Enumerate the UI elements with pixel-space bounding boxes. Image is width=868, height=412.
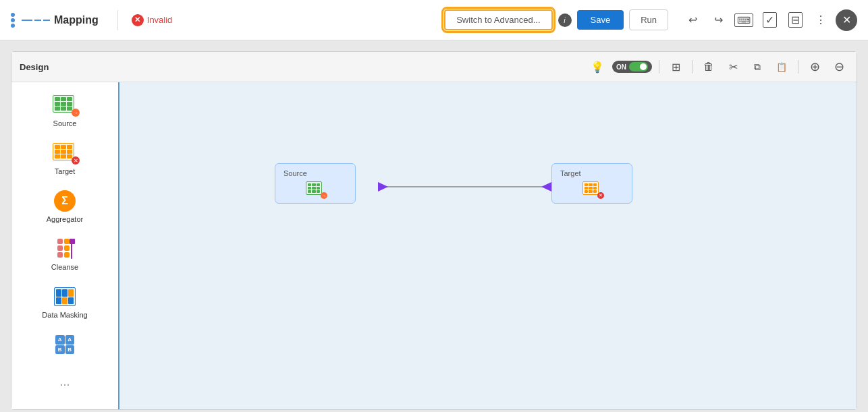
transform-icon: ⊟: [788, 12, 803, 28]
grid-view-button[interactable]: ⊞: [666, 57, 685, 76]
target-icon: ✕: [53, 143, 77, 163]
cut-icon: ✂: [729, 61, 738, 73]
delete-icon: 🗑: [703, 61, 714, 73]
more-icon: ⋮: [815, 13, 826, 26]
save-button[interactable]: Save: [577, 10, 624, 30]
paste-button[interactable]: 📋: [772, 57, 791, 76]
copy-button[interactable]: ⧉: [748, 57, 767, 76]
cut-button[interactable]: ✂: [724, 57, 742, 76]
aggregator-icon-container: Σ: [53, 189, 77, 213]
more-icon-container: ···: [53, 372, 77, 396]
bulb-button[interactable]: 💡: [588, 57, 607, 76]
undo-icon: ↩: [688, 13, 697, 26]
grid-icon: ⊞: [672, 61, 680, 73]
ab-icon: A A B B: [55, 335, 74, 354]
delete-button[interactable]: 🗑: [699, 57, 718, 76]
sidebar-item-more[interactable]: ···: [17, 367, 113, 404]
connection-svg: [119, 82, 857, 409]
sidebar-aggregator-label: Aggregator: [47, 215, 83, 223]
toolbar-divider: [117, 10, 118, 30]
datamasking-icon: [54, 287, 76, 306]
cleanse-icon: [57, 239, 72, 259]
target-node-icon-area: ✕: [560, 181, 624, 198]
redo-icon: ↪: [714, 13, 723, 26]
close-icon: ✕: [842, 13, 851, 26]
source-icon-container: →: [53, 93, 77, 117]
info-icon[interactable]: i: [558, 13, 572, 27]
sidebar-datamasking-label: Data Masking: [42, 311, 87, 319]
sidebar-target-label: Target: [55, 167, 76, 175]
zoom-in-button[interactable]: ⊕: [805, 57, 824, 76]
switch-advanced-button[interactable]: Switch to Advanced...: [444, 9, 552, 30]
invalid-icon: ✕: [132, 14, 144, 26]
design-title: Design: [20, 62, 49, 72]
sidebar-item-datamasking[interactable]: Data Masking: [17, 279, 113, 324]
source-node[interactable]: Source →: [275, 163, 356, 204]
source-node-title: Source: [283, 169, 347, 177]
invalid-badge: ✕ Invalid: [132, 14, 173, 26]
main-area: Design 💡 ON ⊞ 🗑 ✂: [0, 40, 868, 412]
sidebar-item-cleanse[interactable]: Cleanse: [17, 231, 113, 276]
logo-dots: [11, 13, 15, 28]
toggle-switch[interactable]: [629, 62, 648, 71]
redo-button[interactable]: ↪: [707, 9, 729, 31]
undo-button[interactable]: ↩: [682, 9, 703, 31]
sidebar-more-icon: ···: [59, 378, 70, 392]
copy-icon: ⧉: [754, 61, 761, 73]
source-node-icon: →: [306, 181, 325, 198]
target-node-icon: ✕: [582, 181, 601, 198]
svg-marker-4: [541, 182, 551, 192]
validate-icon: ✓: [763, 12, 777, 28]
tool-divider-3: [798, 60, 798, 73]
design-tools: 💡 ON ⊞ 🗑 ✂ ⧉: [588, 57, 848, 76]
transform-button[interactable]: ⊟: [784, 9, 806, 31]
sidebar-cleanse-label: Cleanse: [51, 263, 78, 271]
expression-icon: ⌨: [734, 13, 753, 27]
design-header: Design 💡 ON ⊞ 🗑 ✂: [11, 52, 857, 82]
sidebar: → Source ✕: [11, 82, 119, 409]
ab-icon-container: A A B B: [53, 332, 77, 357]
app-title: Mapping: [54, 14, 99, 26]
sidebar-item-ab[interactable]: A A B B: [17, 327, 113, 364]
sidebar-item-target[interactable]: ✕ Target: [17, 136, 113, 181]
svg-marker-3: [378, 182, 388, 192]
source-icon: →: [53, 95, 77, 115]
zoom-out-icon: ⊖: [834, 59, 844, 74]
target-icon-container: ✕: [53, 141, 77, 165]
source-node-icon-area: →: [283, 181, 347, 198]
invalid-label: Invalid: [147, 15, 173, 25]
more-options-button[interactable]: ⋮: [810, 9, 832, 31]
toggle-label: ON: [616, 63, 626, 71]
app-logo: Mapping: [11, 13, 99, 28]
expression-button[interactable]: ⌨: [733, 9, 755, 31]
top-toolbar: Mapping ✕ Invalid Switch to Advanced... …: [0, 0, 868, 40]
zoom-out-button[interactable]: ⊖: [830, 57, 848, 76]
sidebar-item-source[interactable]: → Source: [17, 88, 113, 133]
source-arrow-badge: →: [72, 109, 80, 117]
tool-divider-1: [659, 60, 659, 73]
sidebar-item-aggregator[interactable]: Σ Aggregator: [17, 183, 113, 229]
datamasking-icon-container: [53, 285, 77, 309]
design-body: → Source ✕: [11, 82, 857, 409]
toggle-container[interactable]: ON: [612, 61, 652, 73]
target-node-title: Target: [560, 169, 624, 177]
sidebar-source-label: Source: [53, 119, 77, 127]
paste-icon: 📋: [776, 62, 787, 72]
design-panel: Design 💡 ON ⊞ 🗑 ✂: [11, 51, 857, 410]
target-arrow-badge: ✕: [72, 156, 80, 165]
tool-divider-2: [692, 60, 693, 73]
validate-button[interactable]: ✓: [759, 9, 780, 31]
aggregator-icon: Σ: [54, 190, 76, 212]
toolbar-center: Switch to Advanced... i Save Run: [444, 9, 668, 30]
target-node[interactable]: Target ✕: [551, 163, 632, 204]
cleanse-icon-container: [53, 237, 77, 261]
run-button[interactable]: Run: [629, 9, 668, 30]
canvas[interactable]: Source → Target: [119, 82, 857, 409]
bulb-icon: 💡: [591, 61, 604, 73]
close-button[interactable]: ✕: [836, 9, 857, 31]
zoom-in-icon: ⊕: [810, 59, 820, 74]
toolbar-actions: ↩ ↪ ⌨ ✓ ⊟ ⋮ ✕: [682, 9, 857, 31]
